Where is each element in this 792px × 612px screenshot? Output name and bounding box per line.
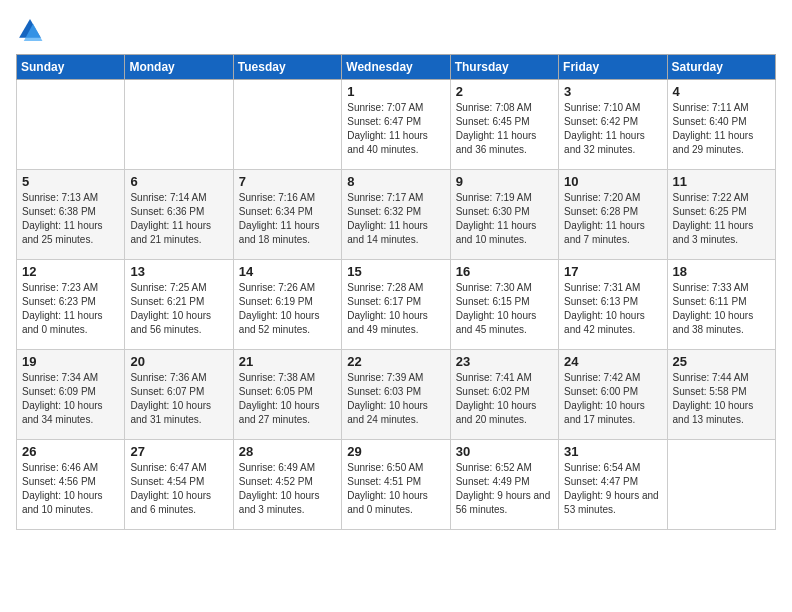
day-number: 19 xyxy=(22,354,119,369)
day-number: 24 xyxy=(564,354,661,369)
logo xyxy=(16,16,48,44)
day-info: Sunrise: 6:50 AM Sunset: 4:51 PM Dayligh… xyxy=(347,461,444,517)
day-info: Sunrise: 6:52 AM Sunset: 4:49 PM Dayligh… xyxy=(456,461,553,517)
day-number: 17 xyxy=(564,264,661,279)
day-info: Sunrise: 7:41 AM Sunset: 6:02 PM Dayligh… xyxy=(456,371,553,427)
day-number: 1 xyxy=(347,84,444,99)
calendar-cell xyxy=(667,440,775,530)
day-info: Sunrise: 7:42 AM Sunset: 6:00 PM Dayligh… xyxy=(564,371,661,427)
day-info: Sunrise: 7:22 AM Sunset: 6:25 PM Dayligh… xyxy=(673,191,770,247)
day-info: Sunrise: 7:10 AM Sunset: 6:42 PM Dayligh… xyxy=(564,101,661,157)
day-number: 27 xyxy=(130,444,227,459)
day-header: Friday xyxy=(559,55,667,80)
day-number: 25 xyxy=(673,354,770,369)
calendar-cell: 12Sunrise: 7:23 AM Sunset: 6:23 PM Dayli… xyxy=(17,260,125,350)
day-header: Thursday xyxy=(450,55,558,80)
calendar-cell: 16Sunrise: 7:30 AM Sunset: 6:15 PM Dayli… xyxy=(450,260,558,350)
day-info: Sunrise: 7:30 AM Sunset: 6:15 PM Dayligh… xyxy=(456,281,553,337)
day-header: Saturday xyxy=(667,55,775,80)
day-number: 5 xyxy=(22,174,119,189)
day-header: Tuesday xyxy=(233,55,341,80)
day-info: Sunrise: 6:47 AM Sunset: 4:54 PM Dayligh… xyxy=(130,461,227,517)
calendar-cell: 10Sunrise: 7:20 AM Sunset: 6:28 PM Dayli… xyxy=(559,170,667,260)
day-info: Sunrise: 7:23 AM Sunset: 6:23 PM Dayligh… xyxy=(22,281,119,337)
calendar-cell: 28Sunrise: 6:49 AM Sunset: 4:52 PM Dayli… xyxy=(233,440,341,530)
day-info: Sunrise: 6:54 AM Sunset: 4:47 PM Dayligh… xyxy=(564,461,661,517)
day-number: 6 xyxy=(130,174,227,189)
calendar-cell: 7Sunrise: 7:16 AM Sunset: 6:34 PM Daylig… xyxy=(233,170,341,260)
calendar-cell: 26Sunrise: 6:46 AM Sunset: 4:56 PM Dayli… xyxy=(17,440,125,530)
day-info: Sunrise: 7:39 AM Sunset: 6:03 PM Dayligh… xyxy=(347,371,444,427)
day-number: 4 xyxy=(673,84,770,99)
day-info: Sunrise: 7:33 AM Sunset: 6:11 PM Dayligh… xyxy=(673,281,770,337)
day-info: Sunrise: 7:34 AM Sunset: 6:09 PM Dayligh… xyxy=(22,371,119,427)
page-header xyxy=(16,16,776,44)
day-number: 15 xyxy=(347,264,444,279)
calendar-cell: 24Sunrise: 7:42 AM Sunset: 6:00 PM Dayli… xyxy=(559,350,667,440)
calendar-cell: 8Sunrise: 7:17 AM Sunset: 6:32 PM Daylig… xyxy=(342,170,450,260)
day-info: Sunrise: 7:20 AM Sunset: 6:28 PM Dayligh… xyxy=(564,191,661,247)
day-number: 22 xyxy=(347,354,444,369)
calendar-cell: 14Sunrise: 7:26 AM Sunset: 6:19 PM Dayli… xyxy=(233,260,341,350)
calendar-cell: 9Sunrise: 7:19 AM Sunset: 6:30 PM Daylig… xyxy=(450,170,558,260)
day-number: 8 xyxy=(347,174,444,189)
day-info: Sunrise: 7:19 AM Sunset: 6:30 PM Dayligh… xyxy=(456,191,553,247)
day-info: Sunrise: 7:07 AM Sunset: 6:47 PM Dayligh… xyxy=(347,101,444,157)
calendar-cell: 25Sunrise: 7:44 AM Sunset: 5:58 PM Dayli… xyxy=(667,350,775,440)
day-number: 11 xyxy=(673,174,770,189)
day-header: Sunday xyxy=(17,55,125,80)
calendar-cell: 27Sunrise: 6:47 AM Sunset: 4:54 PM Dayli… xyxy=(125,440,233,530)
calendar-cell: 11Sunrise: 7:22 AM Sunset: 6:25 PM Dayli… xyxy=(667,170,775,260)
day-info: Sunrise: 7:25 AM Sunset: 6:21 PM Dayligh… xyxy=(130,281,227,337)
calendar-cell: 31Sunrise: 6:54 AM Sunset: 4:47 PM Dayli… xyxy=(559,440,667,530)
day-number: 9 xyxy=(456,174,553,189)
calendar-table: SundayMondayTuesdayWednesdayThursdayFrid… xyxy=(16,54,776,530)
day-number: 23 xyxy=(456,354,553,369)
day-number: 12 xyxy=(22,264,119,279)
day-info: Sunrise: 7:14 AM Sunset: 6:36 PM Dayligh… xyxy=(130,191,227,247)
day-number: 14 xyxy=(239,264,336,279)
day-info: Sunrise: 7:38 AM Sunset: 6:05 PM Dayligh… xyxy=(239,371,336,427)
calendar-cell: 22Sunrise: 7:39 AM Sunset: 6:03 PM Dayli… xyxy=(342,350,450,440)
day-info: Sunrise: 7:11 AM Sunset: 6:40 PM Dayligh… xyxy=(673,101,770,157)
calendar-cell: 18Sunrise: 7:33 AM Sunset: 6:11 PM Dayli… xyxy=(667,260,775,350)
day-info: Sunrise: 7:26 AM Sunset: 6:19 PM Dayligh… xyxy=(239,281,336,337)
day-number: 21 xyxy=(239,354,336,369)
calendar-cell: 20Sunrise: 7:36 AM Sunset: 6:07 PM Dayli… xyxy=(125,350,233,440)
calendar-cell: 6Sunrise: 7:14 AM Sunset: 6:36 PM Daylig… xyxy=(125,170,233,260)
day-number: 13 xyxy=(130,264,227,279)
day-info: Sunrise: 7:36 AM Sunset: 6:07 PM Dayligh… xyxy=(130,371,227,427)
calendar-cell: 2Sunrise: 7:08 AM Sunset: 6:45 PM Daylig… xyxy=(450,80,558,170)
calendar-cell: 17Sunrise: 7:31 AM Sunset: 6:13 PM Dayli… xyxy=(559,260,667,350)
calendar-cell: 19Sunrise: 7:34 AM Sunset: 6:09 PM Dayli… xyxy=(17,350,125,440)
day-number: 29 xyxy=(347,444,444,459)
calendar-cell: 29Sunrise: 6:50 AM Sunset: 4:51 PM Dayli… xyxy=(342,440,450,530)
day-info: Sunrise: 7:17 AM Sunset: 6:32 PM Dayligh… xyxy=(347,191,444,247)
day-info: Sunrise: 7:13 AM Sunset: 6:38 PM Dayligh… xyxy=(22,191,119,247)
day-info: Sunrise: 6:49 AM Sunset: 4:52 PM Dayligh… xyxy=(239,461,336,517)
day-number: 31 xyxy=(564,444,661,459)
calendar-cell: 21Sunrise: 7:38 AM Sunset: 6:05 PM Dayli… xyxy=(233,350,341,440)
calendar-cell xyxy=(17,80,125,170)
day-number: 18 xyxy=(673,264,770,279)
day-info: Sunrise: 7:31 AM Sunset: 6:13 PM Dayligh… xyxy=(564,281,661,337)
day-info: Sunrise: 7:44 AM Sunset: 5:58 PM Dayligh… xyxy=(673,371,770,427)
calendar-cell: 5Sunrise: 7:13 AM Sunset: 6:38 PM Daylig… xyxy=(17,170,125,260)
day-header: Monday xyxy=(125,55,233,80)
calendar-cell: 23Sunrise: 7:41 AM Sunset: 6:02 PM Dayli… xyxy=(450,350,558,440)
day-header: Wednesday xyxy=(342,55,450,80)
calendar-cell: 15Sunrise: 7:28 AM Sunset: 6:17 PM Dayli… xyxy=(342,260,450,350)
calendar-cell: 13Sunrise: 7:25 AM Sunset: 6:21 PM Dayli… xyxy=(125,260,233,350)
day-info: Sunrise: 7:16 AM Sunset: 6:34 PM Dayligh… xyxy=(239,191,336,247)
calendar-cell: 1Sunrise: 7:07 AM Sunset: 6:47 PM Daylig… xyxy=(342,80,450,170)
calendar-cell xyxy=(233,80,341,170)
day-number: 3 xyxy=(564,84,661,99)
day-info: Sunrise: 7:28 AM Sunset: 6:17 PM Dayligh… xyxy=(347,281,444,337)
day-number: 28 xyxy=(239,444,336,459)
logo-icon xyxy=(16,16,44,44)
day-info: Sunrise: 6:46 AM Sunset: 4:56 PM Dayligh… xyxy=(22,461,119,517)
calendar-cell: 3Sunrise: 7:10 AM Sunset: 6:42 PM Daylig… xyxy=(559,80,667,170)
day-info: Sunrise: 7:08 AM Sunset: 6:45 PM Dayligh… xyxy=(456,101,553,157)
calendar-cell: 30Sunrise: 6:52 AM Sunset: 4:49 PM Dayli… xyxy=(450,440,558,530)
day-number: 30 xyxy=(456,444,553,459)
